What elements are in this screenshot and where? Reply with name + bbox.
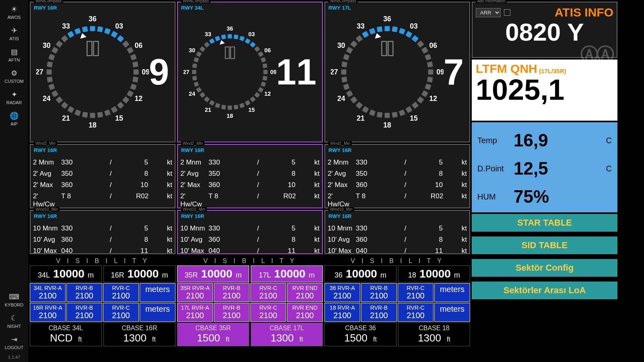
sidebar-logout[interactable]: ⇥LOGOUT	[5, 332, 23, 353]
svg-text:06: 06	[429, 41, 437, 49]
wind-row: 2' Avg350/8kt	[328, 168, 467, 179]
svg-rect-71	[215, 103, 220, 108]
svg-text:09: 09	[142, 68, 149, 76]
wind-row: 2' Avg350/8kt	[180, 168, 320, 179]
svg-text:12: 12	[264, 90, 271, 97]
svg-rect-78	[192, 70, 196, 74]
svg-rect-13	[122, 96, 130, 103]
svg-rect-66	[245, 100, 250, 106]
sidebar-aip[interactable]: 🌐AIP	[4, 108, 23, 130]
sidebar-awos[interactable]: ☀AWOS	[4, 2, 23, 23]
svg-rect-116	[411, 102, 419, 109]
svg-rect-35	[82, 26, 88, 32]
kybord-icon: ⌨	[9, 292, 19, 301]
svg-rect-52	[233, 35, 238, 39]
svg-rect-5	[122, 41, 130, 48]
rvr-cell: RVR END2100	[287, 283, 323, 302]
wind-row: 10' Max040/11kt	[33, 245, 172, 257]
svg-rect-57	[258, 51, 264, 57]
sidebar-radar[interactable]: ✦RADAR	[4, 87, 23, 108]
rvr-cell: 35R RVR-A2100	[177, 283, 213, 302]
rvr-cell: RVR-B2100	[66, 283, 102, 302]
svg-rect-135	[362, 31, 369, 38]
wind-row: 10' Max040/11kt	[328, 245, 467, 257]
wind10-panel-1: Wind10_MinRWY 16R10 Mnm330/5kt10' Avg360…	[177, 210, 323, 254]
svg-rect-7	[130, 54, 136, 60]
qnh-panel: LTFM QNH (17L/35R) 1025,1	[472, 60, 617, 121]
sidebar-night[interactable]: ☾NIGHT	[5, 311, 23, 332]
rvr-cell: 17L RVR-A2100	[177, 303, 213, 322]
svg-rect-48	[87, 41, 92, 56]
svg-text:33: 33	[205, 31, 211, 37]
svg-text:30: 30	[189, 47, 195, 53]
svg-rect-60	[263, 70, 268, 74]
sidebar-custom[interactable]: ⚙CUSTOM	[4, 66, 23, 87]
svg-text:27: 27	[36, 68, 43, 76]
svg-rect-102	[385, 26, 390, 31]
svg-text:27: 27	[331, 68, 338, 76]
svg-rect-105	[405, 31, 412, 38]
svg-rect-119	[392, 112, 398, 118]
svg-rect-114	[421, 90, 428, 97]
nav-button[interactable]: STAR TABLE	[472, 214, 617, 232]
svg-rect-22	[61, 102, 68, 109]
wind2-panel-2: Wind2_MinRWY 16R2 Mnm330/5kt2' Avg350/8k…	[324, 144, 470, 208]
svg-rect-107	[417, 41, 424, 48]
svg-rect-110	[427, 62, 433, 68]
rvr-cell: meters	[140, 303, 175, 322]
svg-rect-29	[48, 54, 55, 60]
svg-text:27: 27	[184, 69, 190, 75]
svg-rect-150	[382, 41, 386, 56]
svg-rect-82	[200, 46, 206, 52]
svg-text:18: 18	[383, 121, 391, 129]
atis-type-select[interactable]: ARR	[476, 8, 501, 17]
svg-rect-118	[399, 109, 405, 116]
atis-value: 0820 Y	[476, 18, 613, 46]
svg-rect-129	[341, 70, 347, 75]
svg-rect-53	[239, 36, 245, 41]
radar-icon: ✦	[11, 90, 17, 99]
svg-rect-51	[228, 34, 232, 39]
svg-rect-131	[343, 54, 349, 60]
wind-row: 2' Avg350/8kt	[33, 168, 172, 179]
logout-icon: ⇥	[11, 335, 17, 344]
svg-text:06: 06	[264, 47, 271, 53]
svg-rect-81	[196, 51, 202, 57]
svg-rect-34	[74, 28, 81, 34]
svg-rect-17	[97, 112, 103, 118]
atis-checkbox[interactable]	[504, 9, 510, 16]
svg-rect-54	[245, 38, 250, 44]
svg-rect-63	[258, 87, 264, 93]
svg-rect-73	[204, 97, 210, 103]
sidebar-kybord[interactable]: ⌨KYBORD	[5, 289, 23, 311]
svg-rect-127	[343, 84, 349, 90]
svg-rect-151	[388, 41, 393, 56]
svg-text:03: 03	[248, 31, 255, 37]
wind-speed: 9	[149, 51, 169, 93]
svg-marker-101	[219, 39, 225, 45]
svg-rect-16	[104, 109, 111, 116]
nav-button[interactable]: Sektör Config	[472, 259, 617, 277]
nav-button[interactable]: SID TABLE	[472, 237, 617, 254]
nav-button[interactable]: Sektörler Arası LoA	[472, 282, 617, 299]
sidebar-atis[interactable]: ✈ATIS	[4, 23, 23, 44]
svg-rect-109	[425, 54, 431, 60]
sidebar-aftn[interactable]: ▤AFTN	[4, 44, 23, 66]
rvr-cell: RVR-C2100	[250, 283, 286, 302]
rvr-cell: RVR-B2100	[66, 303, 102, 322]
svg-rect-128	[341, 76, 347, 82]
svg-rect-117	[405, 106, 412, 113]
svg-text:15: 15	[115, 114, 123, 122]
svg-rect-14	[117, 102, 124, 109]
wind2-panel-1: Wind2_MinRWY 16R2 Mnm330/5kt2' Avg350/8k…	[177, 144, 323, 208]
svg-rect-59	[262, 64, 267, 68]
wind-speed: 11	[276, 51, 316, 93]
svg-rect-23	[56, 96, 63, 103]
right-column: Atis Information ARR ATIS INFO 0820 Y ⒶⒶ…	[472, 2, 617, 328]
svg-text:03: 03	[410, 22, 418, 30]
rvr-cell: RVR-C2100	[103, 283, 139, 302]
rvr-cell: RVR-B2100	[214, 283, 250, 302]
svg-rect-67	[239, 103, 245, 108]
svg-rect-79	[192, 64, 197, 68]
svg-text:09: 09	[270, 69, 276, 75]
